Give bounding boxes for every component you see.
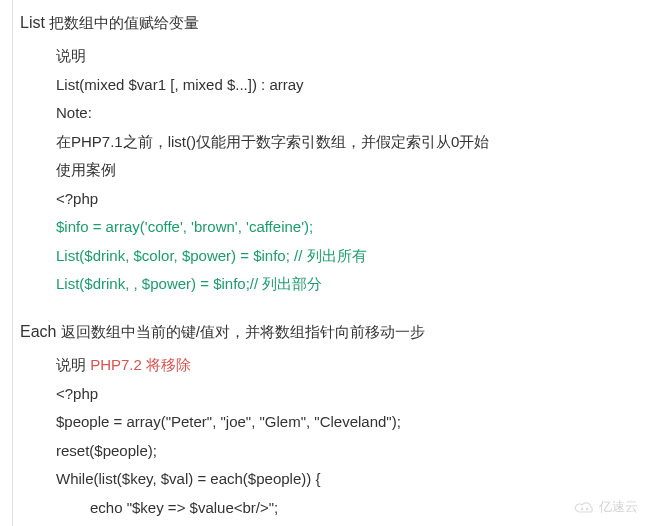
list-keyword: List xyxy=(20,14,45,31)
list-heading: List 把数组中的值赋给变量 xyxy=(20,8,650,38)
note-kw: N xyxy=(56,104,67,121)
list-desc-label: 说明 xyxy=(56,42,650,71)
list-sig-rest: (mixed $var1 [, mixed $...]) : array xyxy=(79,76,303,93)
each-desc: 说明 PHP7.2 将移除 xyxy=(56,351,650,380)
list-heading-rest: 把数组中的值赋给变量 xyxy=(45,14,199,31)
list-note-label: Note: xyxy=(56,99,650,128)
watermark-text: 亿速云 xyxy=(599,495,638,520)
list-php-open: <?php xyxy=(56,185,650,214)
list-code2-cmt: // 列出所有 xyxy=(294,247,367,264)
each-section: Each 返回数组中当前的键/值对，并将数组指针向前移动一步 说明 PHP7.2… xyxy=(20,317,650,526)
list-code2: List($drink, $color, $power) = $info; //… xyxy=(56,242,650,271)
each-heading-rest: 返回数组中当前的键/值对，并将数组指针向前移动一步 xyxy=(56,323,424,340)
list-code2-kw: List xyxy=(56,247,79,264)
each-code4: echo "$key => $value<br/>"; xyxy=(90,494,650,523)
list-sig-kw: List xyxy=(56,76,79,93)
list-example-label: 使用案例 xyxy=(56,156,650,185)
each-code5: } xyxy=(56,522,650,526)
list-code3: List($drink, , $power) = $info;// 列出部分 xyxy=(56,270,650,299)
list-code2-rest: ($drink, $color, $power) = $info; xyxy=(79,247,294,264)
each-keyword: Each xyxy=(20,323,56,340)
watermark: 亿速云 xyxy=(573,495,638,520)
list-signature: List(mixed $var1 [, mixed $...]) : array xyxy=(56,71,650,100)
note-rest: ote: xyxy=(67,104,92,121)
list-section: List 把数组中的值赋给变量 说明 List(mixed $var1 [, m… xyxy=(20,8,650,299)
each-code3: While(list($key, $val) = each($people)) … xyxy=(56,465,650,494)
each-code2: reset($people); xyxy=(56,437,650,466)
list-code1: $info = array('coffe', 'brown', 'caffein… xyxy=(56,213,650,242)
left-rule xyxy=(12,0,13,526)
list-code3-cmt: // 列出部分 xyxy=(250,275,323,292)
each-desc-label: 说明 xyxy=(56,356,90,373)
each-php-open: <?php xyxy=(56,380,650,409)
svg-point-0 xyxy=(581,507,583,509)
cloud-icon xyxy=(573,501,595,515)
list-code3-rest: ($drink, , $power) = $info; xyxy=(79,275,250,292)
list-code3-kw: List xyxy=(56,275,79,292)
list-note-line: 在PHP7.1之前，list()仅能用于数字索引数组，并假定索引从0开始 xyxy=(56,128,650,157)
each-warning: PHP7.2 将移除 xyxy=(90,356,191,373)
svg-point-1 xyxy=(586,507,588,509)
each-heading: Each 返回数组中当前的键/值对，并将数组指针向前移动一步 xyxy=(20,317,650,347)
each-code1: $people = array("Peter", "joe", "Glem", … xyxy=(56,408,650,437)
